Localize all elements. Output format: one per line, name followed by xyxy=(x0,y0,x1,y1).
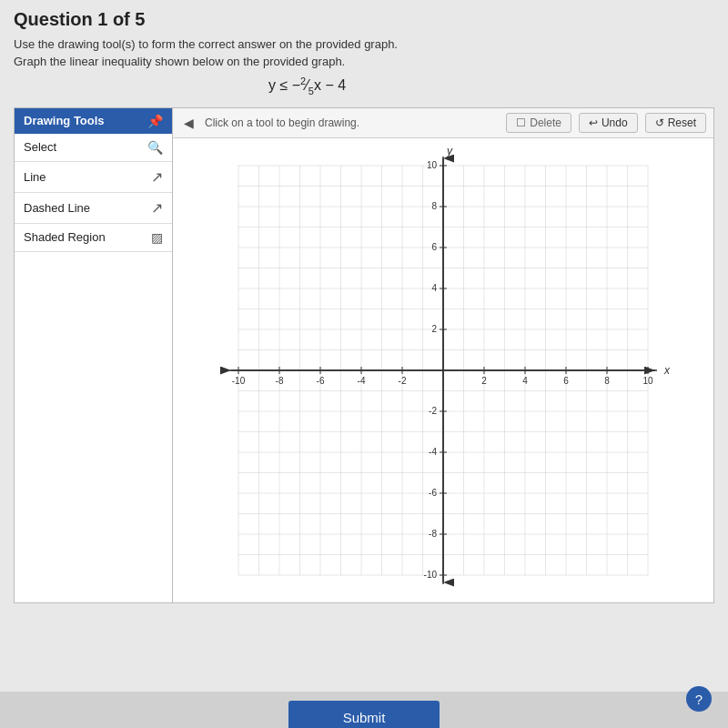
shaded-region-icon: ▨ xyxy=(151,230,163,245)
undo-icon: ↩ xyxy=(589,116,598,129)
tool-dashed-line[interactable]: Dashed Line ↗ xyxy=(15,193,172,224)
instruction-2: Graph the linear inequality shown below … xyxy=(14,55,714,68)
graph-container: ◀ Click on a tool to begin drawing. ☐ De… xyxy=(173,107,714,603)
tool-shaded-region[interactable]: Shaded Region ▨ xyxy=(15,224,172,252)
svg-text:-4: -4 xyxy=(429,447,437,457)
toolbar-hint: Click on a tool to begin drawing. xyxy=(205,116,499,129)
svg-text:-10: -10 xyxy=(424,570,438,580)
tool-select-label: Select xyxy=(24,140,56,154)
collapse-button[interactable]: ◀ xyxy=(180,116,197,130)
inequality-display: y ≤ −2⁄5x − 4 xyxy=(268,76,714,96)
svg-text:8: 8 xyxy=(604,376,610,386)
tool-line[interactable]: Line ↗ xyxy=(15,162,172,193)
question-title: Question 1 of 5 xyxy=(14,9,714,30)
svg-text:4: 4 xyxy=(522,376,528,386)
svg-text:-2: -2 xyxy=(429,406,437,416)
tool-select[interactable]: Select 🔍 xyxy=(15,134,172,162)
delete-icon: ☐ xyxy=(516,116,526,129)
svg-text:6: 6 xyxy=(431,242,437,252)
svg-text:10: 10 xyxy=(642,376,653,386)
svg-text:2: 2 xyxy=(481,376,487,386)
submit-button[interactable]: Submit xyxy=(288,701,440,728)
submit-bar: Submit xyxy=(0,692,728,728)
tool-line-label: Line xyxy=(24,170,46,184)
svg-text:8: 8 xyxy=(431,201,437,211)
y-axis-label: y xyxy=(446,145,453,157)
svg-text:-8: -8 xyxy=(429,529,437,539)
select-icon: 🔍 xyxy=(147,140,163,155)
svg-text:-4: -4 xyxy=(358,376,366,386)
drawing-tools-header: Drawing Tools 📌 xyxy=(15,108,172,134)
svg-text:-8: -8 xyxy=(276,376,284,386)
tool-dashed-line-label: Dashed Line xyxy=(24,201,90,215)
svg-text:-6: -6 xyxy=(429,488,437,498)
undo-label: Undo xyxy=(602,116,628,129)
svg-text:2: 2 xyxy=(431,324,437,334)
dashed-line-icon: ↗ xyxy=(151,199,163,217)
main-area: Drawing Tools 📌 Select 🔍 Line ↗ Dashed L… xyxy=(14,107,714,603)
graph-canvas[interactable]: // We'll draw these via inline SVG xyxy=(173,138,713,602)
line-icon: ↗ xyxy=(151,168,163,186)
pin-icon: 📌 xyxy=(147,114,163,128)
reset-icon: ↺ xyxy=(655,116,664,129)
reset-button[interactable]: ↺ Reset xyxy=(645,113,706,133)
delete-button[interactable]: ☐ Delete xyxy=(506,113,571,133)
tool-shaded-region-label: Shaded Region xyxy=(24,230,106,244)
graph-toolbar: ◀ Click on a tool to begin drawing. ☐ De… xyxy=(173,108,713,138)
svg-text:-6: -6 xyxy=(317,376,325,386)
undo-button[interactable]: ↩ Undo xyxy=(579,113,638,133)
drawing-tools-title: Drawing Tools xyxy=(24,114,105,127)
reset-label: Reset xyxy=(668,116,696,129)
svg-text:4: 4 xyxy=(431,283,437,293)
x-axis-label: x xyxy=(663,364,671,377)
help-button[interactable]: ? xyxy=(686,686,712,712)
svg-text:-2: -2 xyxy=(399,376,407,386)
coordinate-graph[interactable]: // We'll draw these via inline SVG xyxy=(220,147,666,593)
delete-label: Delete xyxy=(530,116,561,129)
instruction-1: Use the drawing tool(s) to form the corr… xyxy=(14,37,714,51)
svg-text:-10: -10 xyxy=(232,376,246,386)
svg-text:6: 6 xyxy=(563,376,569,386)
svg-text:10: 10 xyxy=(427,160,438,170)
drawing-tools-panel: Drawing Tools 📌 Select 🔍 Line ↗ Dashed L… xyxy=(14,107,173,603)
